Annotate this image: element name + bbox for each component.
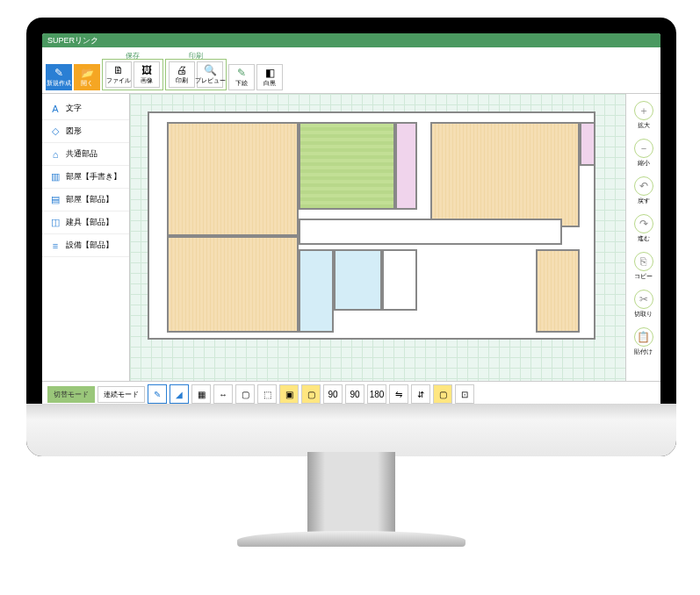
room-closet-1[interactable] xyxy=(395,122,417,210)
undo-button[interactable]: ↶戻す xyxy=(632,175,655,207)
fixture-icon: ◫ xyxy=(49,217,61,228)
redo-button[interactable]: ↷進む xyxy=(632,212,655,245)
select-tool[interactable]: ▢ xyxy=(235,384,255,404)
rotate-180-button[interactable]: 180 xyxy=(367,384,386,404)
print-icon: 🖨 xyxy=(177,65,187,75)
grid-tool[interactable]: ▦ xyxy=(191,384,211,404)
crop-tool[interactable]: ⬚ xyxy=(257,384,277,404)
app-title: SUPERリンク xyxy=(47,35,98,47)
open-label: 開く xyxy=(81,79,93,88)
bottom-toolbar: 切替モード 連続モード ✎ ◢ ▦ ↔ ▢ ⬚ ▣ ▢ 90 90 180 ⇋ … xyxy=(42,381,660,406)
back-tool[interactable]: ▢ xyxy=(301,384,321,404)
title-bar: SUPERリンク xyxy=(42,33,660,47)
bw-icon: ◧ xyxy=(265,68,275,78)
room-washroom[interactable] xyxy=(299,249,334,333)
room-bath[interactable] xyxy=(334,249,382,311)
minus-icon: － xyxy=(634,139,653,158)
copy-icon: ⎘ xyxy=(634,252,653,271)
canvas[interactable] xyxy=(130,94,625,381)
rotate-90b-button[interactable]: 90 xyxy=(345,384,364,404)
flip-v-tool[interactable]: ⇵ xyxy=(411,384,430,404)
room-bedroom-left[interactable] xyxy=(167,122,299,236)
right-sidebar: ＋拡大 －縮小 ↶戻す ↷進む ⎘コピー ✂切取り 📋貼付け xyxy=(625,94,660,381)
sidebar-item-shape[interactable]: ◇図形 xyxy=(42,120,129,143)
room-hand-icon: ▥ xyxy=(49,171,61,183)
flip-h-tool[interactable]: ⇋ xyxy=(389,384,408,404)
room-closet-2[interactable] xyxy=(580,122,595,166)
text-icon: A xyxy=(49,104,61,114)
save-group-label: 保存 xyxy=(126,51,140,61)
room-entrance[interactable] xyxy=(536,249,580,333)
house-icon: ⌂ xyxy=(49,149,61,160)
sidebar-item-equipment[interactable]: ≡設備【部品】 xyxy=(42,234,129,257)
eraser-tool[interactable]: ◢ xyxy=(170,384,189,404)
bw-button[interactable]: ◧ 白黒 xyxy=(256,64,283,90)
image-icon: 🖼 xyxy=(141,65,152,75)
draft-button[interactable]: ✎ 下絵 xyxy=(228,64,255,90)
print-group: 印刷 🖨 印刷 🔍 プレビュー xyxy=(165,59,227,90)
preview-button[interactable]: 🔍 プレビュー xyxy=(197,61,223,88)
equipment-icon: ≡ xyxy=(49,240,61,251)
sidebar-item-room-hand[interactable]: ▥部屋【手書き】 xyxy=(42,166,129,189)
new-icon: ✎ xyxy=(54,68,63,78)
rotate-90a-button[interactable]: 90 xyxy=(323,384,343,404)
preview-icon: 🔍 xyxy=(204,65,217,75)
room-hallway[interactable] xyxy=(299,219,562,245)
imac-stand-base xyxy=(237,531,465,547)
cut-icon: ✂ xyxy=(634,290,653,309)
zoom-out-button[interactable]: －縮小 xyxy=(632,137,655,169)
app-window: SUPERリンク ✎ 新規作成 📂 開く 保存 🗎 ファイル xyxy=(42,33,660,406)
save-group: 保存 🗎 ファイル 🖼 画像 xyxy=(102,59,163,90)
file-icon: 🗎 xyxy=(113,65,124,75)
sidebar-item-text[interactable]: A文字 xyxy=(42,97,129,120)
room-bedroom-right[interactable] xyxy=(430,122,580,227)
front-tool[interactable]: ▣ xyxy=(279,384,299,404)
screen: SUPERリンク ✎ 新規作成 📂 開く 保存 🗎 ファイル xyxy=(42,33,660,406)
sidebar-item-common[interactable]: ⌂共通部品 xyxy=(42,143,129,166)
zoom-in-button[interactable]: ＋拡大 xyxy=(632,99,655,132)
mode-continuous-button[interactable]: 連続モード xyxy=(97,386,145,403)
shape-icon: ◇ xyxy=(49,125,61,137)
imac-chin xyxy=(26,404,676,456)
room-part-icon: ▤ xyxy=(49,194,61,205)
paste-icon: 📋 xyxy=(634,327,653,347)
open-button[interactable]: 📂 開く xyxy=(74,64,100,90)
open-icon: 📂 xyxy=(81,68,94,78)
plus-icon: ＋ xyxy=(634,101,653,120)
new-label: 新規作成 xyxy=(47,79,71,88)
print-button[interactable]: 🖨 印刷 xyxy=(169,61,195,88)
width-tool[interactable]: ↔ xyxy=(213,384,233,404)
save-file-button[interactable]: 🗎 ファイル xyxy=(105,61,132,88)
draft-icon: ✎ xyxy=(237,68,246,78)
paste-button[interactable]: 📋貼付け xyxy=(632,326,655,358)
sidebar-item-room-part[interactable]: ▤部屋【部品】 xyxy=(42,189,129,211)
measure-tool[interactable]: ⊡ xyxy=(455,384,474,404)
main-area: A文字 ◇図形 ⌂共通部品 ▥部屋【手書き】 ▤部屋【部品】 ◫建具【部品】 ≡… xyxy=(42,94,660,381)
floor-plan[interactable] xyxy=(148,111,595,340)
imac-stand-neck xyxy=(307,452,395,540)
save-image-button[interactable]: 🖼 画像 xyxy=(134,61,160,88)
pencil-tool[interactable]: ✎ xyxy=(148,384,167,404)
copy-button[interactable]: ⎘コピー xyxy=(632,250,655,283)
redo-icon: ↷ xyxy=(634,214,653,233)
mode-toggle-button[interactable]: 切替モード xyxy=(47,386,95,403)
highlight-tool[interactable]: ▢ xyxy=(433,384,452,404)
new-button[interactable]: ✎ 新規作成 xyxy=(46,64,72,90)
undo-icon: ↶ xyxy=(634,176,653,196)
top-toolbar: ✎ 新規作成 📂 開く 保存 🗎 ファイル 🖼 画像 xyxy=(42,47,660,94)
imac-frame: SUPERリンク ✎ 新規作成 📂 開く 保存 🗎 ファイル xyxy=(26,18,676,456)
cut-button[interactable]: ✂切取り xyxy=(632,288,655,320)
left-sidebar: A文字 ◇図形 ⌂共通部品 ▥部屋【手書き】 ▤部屋【部品】 ◫建具【部品】 ≡… xyxy=(42,94,130,381)
print-group-label: 印刷 xyxy=(189,51,203,61)
room-toilet[interactable] xyxy=(382,249,417,311)
room-tatami[interactable] xyxy=(299,122,395,210)
sidebar-item-fixture[interactable]: ◫建具【部品】 xyxy=(42,211,129,234)
room-living[interactable] xyxy=(167,236,299,333)
